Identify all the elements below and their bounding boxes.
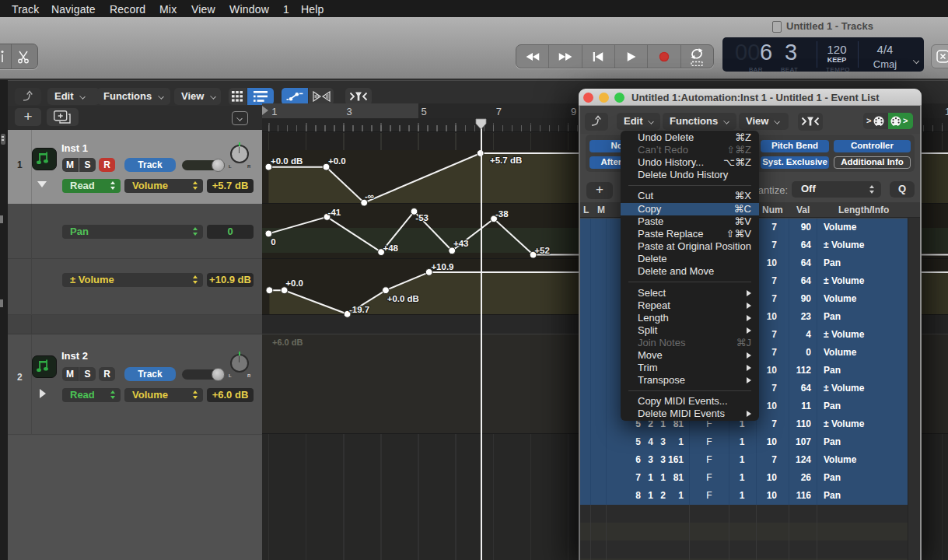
svg-text:+0.0: +0.0 <box>285 278 303 288</box>
svg-text:+48: +48 <box>383 243 399 253</box>
svg-text:+0.0: +0.0 <box>328 156 346 166</box>
svg-text:+5.7 dB: +5.7 dB <box>490 156 522 165</box>
svg-text:-53: -53 <box>415 213 429 222</box>
svg-text:+0.0 dB: +0.0 dB <box>387 294 419 303</box>
svg-text:-38: -38 <box>495 209 509 219</box>
svg-text:+10.9: +10.9 <box>431 262 453 271</box>
svg-text:-∞: -∞ <box>365 191 374 201</box>
svg-text:-19.7: -19.7 <box>349 305 369 314</box>
svg-text:0: 0 <box>271 237 275 247</box>
svg-text:+43: +43 <box>453 239 469 248</box>
svg-text:+52: +52 <box>534 246 550 255</box>
svg-text:+0.0 dB: +0.0 dB <box>271 156 303 166</box>
svg-text:-41: -41 <box>328 208 341 217</box>
